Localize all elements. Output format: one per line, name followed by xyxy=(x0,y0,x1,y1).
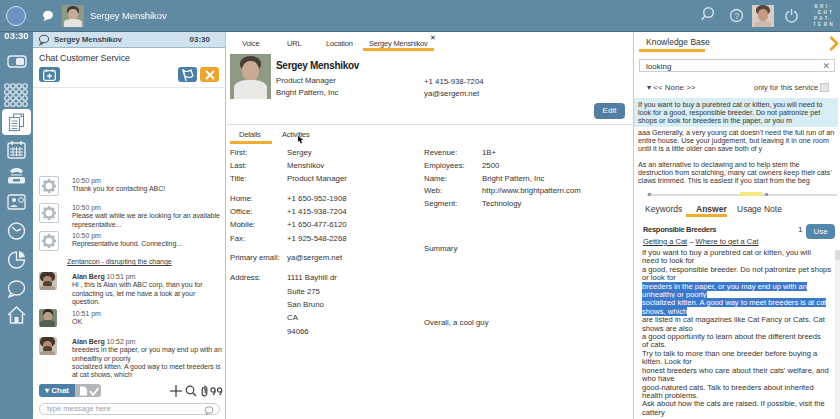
svg-text:?: ? xyxy=(734,11,739,21)
